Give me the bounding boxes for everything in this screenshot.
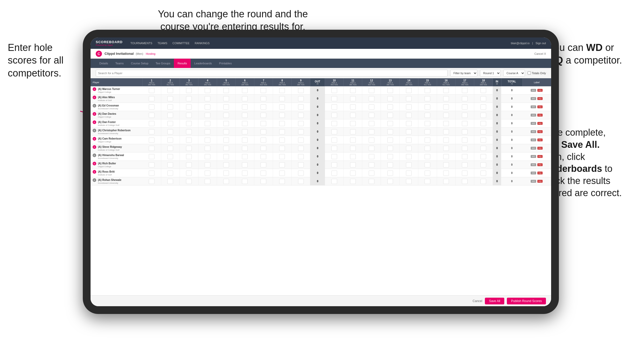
score-input-h11[interactable] bbox=[350, 104, 356, 110]
score-input-h17[interactable] bbox=[462, 162, 468, 167]
score-input-h8[interactable] bbox=[279, 129, 285, 134]
wd-button[interactable]: WD bbox=[531, 163, 536, 166]
score-input-h17[interactable] bbox=[462, 129, 468, 134]
score-input-h7[interactable] bbox=[261, 171, 266, 176]
score-input-h15[interactable] bbox=[425, 96, 430, 101]
score-input-h12[interactable] bbox=[369, 162, 374, 167]
dq-button[interactable]: DQ bbox=[537, 97, 543, 100]
score-input-h6[interactable] bbox=[242, 162, 248, 167]
tab-teams[interactable]: Teams bbox=[112, 59, 127, 68]
score-input-h17[interactable] bbox=[462, 179, 468, 184]
score-input-h1[interactable] bbox=[149, 88, 154, 93]
score-input-h15[interactable] bbox=[425, 146, 430, 151]
score-input-h2[interactable] bbox=[167, 162, 173, 167]
score-input-h15[interactable] bbox=[425, 154, 430, 159]
score-input-h13[interactable] bbox=[387, 129, 393, 134]
score-input-h3[interactable] bbox=[186, 121, 192, 126]
score-input-h9[interactable] bbox=[298, 121, 304, 126]
score-input-h11[interactable] bbox=[350, 129, 356, 134]
dq-button[interactable]: DQ bbox=[537, 130, 543, 133]
score-input-h13[interactable] bbox=[387, 179, 393, 184]
score-input-h2[interactable] bbox=[167, 88, 173, 93]
score-input-h13[interactable] bbox=[387, 88, 393, 93]
score-input-h9[interactable] bbox=[298, 137, 304, 143]
tab-course-setup[interactable]: Course Setup bbox=[127, 59, 152, 68]
score-input-h2[interactable] bbox=[167, 146, 173, 151]
score-input-h11[interactable] bbox=[350, 137, 356, 143]
score-input-h14[interactable] bbox=[406, 121, 412, 126]
score-input-h12[interactable] bbox=[369, 137, 374, 143]
score-input-h18[interactable] bbox=[480, 154, 486, 159]
score-input-h9[interactable] bbox=[298, 96, 304, 101]
score-input-h5[interactable] bbox=[223, 129, 229, 134]
dq-button[interactable]: DQ bbox=[537, 105, 543, 108]
dq-button[interactable]: DQ bbox=[537, 180, 543, 183]
nav-rankings[interactable]: RANKINGS bbox=[195, 42, 210, 45]
score-input-h16[interactable] bbox=[443, 179, 449, 184]
score-input-h18[interactable] bbox=[480, 104, 486, 110]
score-input-h12[interactable] bbox=[369, 88, 374, 93]
score-input-h5[interactable] bbox=[223, 113, 229, 118]
wd-button[interactable]: WD bbox=[531, 139, 536, 141]
score-input-h1[interactable] bbox=[149, 146, 154, 151]
wd-button[interactable]: WD bbox=[531, 180, 536, 183]
wd-button[interactable]: WD bbox=[531, 130, 536, 133]
score-input-h15[interactable] bbox=[425, 121, 430, 126]
score-input-h11[interactable] bbox=[350, 179, 356, 184]
score-input-h16[interactable] bbox=[443, 113, 449, 118]
score-input-h18[interactable] bbox=[480, 171, 486, 176]
score-input-h2[interactable] bbox=[167, 113, 173, 118]
score-input-h18[interactable] bbox=[480, 179, 486, 184]
score-input-h5[interactable] bbox=[223, 171, 229, 176]
score-input-h10[interactable] bbox=[331, 162, 337, 167]
score-input-h17[interactable] bbox=[462, 113, 468, 118]
score-input-h3[interactable] bbox=[186, 154, 192, 159]
score-input-h1[interactable] bbox=[149, 104, 154, 110]
score-input-h10[interactable] bbox=[331, 137, 337, 143]
score-input-h15[interactable] bbox=[425, 129, 430, 134]
score-input-h4[interactable] bbox=[205, 104, 210, 110]
tournament-cancel-btn[interactable]: Cancel X bbox=[534, 52, 546, 55]
score-input-h1[interactable] bbox=[149, 179, 154, 184]
score-input-h10[interactable] bbox=[331, 179, 337, 184]
score-input-h15[interactable] bbox=[425, 113, 430, 118]
wd-button[interactable]: WD bbox=[531, 172, 536, 174]
score-input-h8[interactable] bbox=[279, 113, 285, 118]
score-input-h11[interactable] bbox=[350, 146, 356, 151]
score-input-h12[interactable] bbox=[369, 104, 374, 110]
score-input-h4[interactable] bbox=[205, 179, 210, 184]
score-input-h10[interactable] bbox=[331, 171, 337, 176]
score-input-h4[interactable] bbox=[205, 154, 210, 159]
score-input-h5[interactable] bbox=[223, 88, 229, 93]
score-input-h13[interactable] bbox=[387, 154, 393, 159]
score-input-h8[interactable] bbox=[279, 171, 285, 176]
score-input-h2[interactable] bbox=[167, 129, 173, 134]
score-input-h4[interactable] bbox=[205, 113, 210, 118]
sign-out-link[interactable]: Sign out bbox=[536, 42, 546, 45]
score-input-h12[interactable] bbox=[369, 113, 374, 118]
score-input-h14[interactable] bbox=[406, 129, 412, 134]
score-input-h3[interactable] bbox=[186, 96, 192, 101]
wd-button[interactable]: WD bbox=[531, 122, 536, 125]
score-input-h15[interactable] bbox=[425, 104, 430, 110]
score-input-h13[interactable] bbox=[387, 96, 393, 101]
score-input-h1[interactable] bbox=[149, 171, 154, 176]
score-input-h7[interactable] bbox=[261, 96, 266, 101]
score-input-h9[interactable] bbox=[298, 154, 304, 159]
score-input-h16[interactable] bbox=[443, 104, 449, 110]
score-input-h11[interactable] bbox=[350, 162, 356, 167]
score-input-h8[interactable] bbox=[279, 179, 285, 184]
score-input-h7[interactable] bbox=[261, 179, 266, 184]
dq-button[interactable]: DQ bbox=[537, 139, 543, 141]
score-input-h7[interactable] bbox=[261, 146, 266, 151]
score-input-h10[interactable] bbox=[331, 146, 337, 151]
score-input-h3[interactable] bbox=[186, 129, 192, 134]
score-input-h12[interactable] bbox=[369, 121, 374, 126]
score-input-h14[interactable] bbox=[406, 154, 412, 159]
score-input-h3[interactable] bbox=[186, 162, 192, 167]
score-input-h14[interactable] bbox=[406, 171, 412, 176]
score-input-h12[interactable] bbox=[369, 154, 374, 159]
score-input-h6[interactable] bbox=[242, 179, 248, 184]
score-input-h16[interactable] bbox=[443, 137, 449, 143]
score-input-h9[interactable] bbox=[298, 146, 304, 151]
